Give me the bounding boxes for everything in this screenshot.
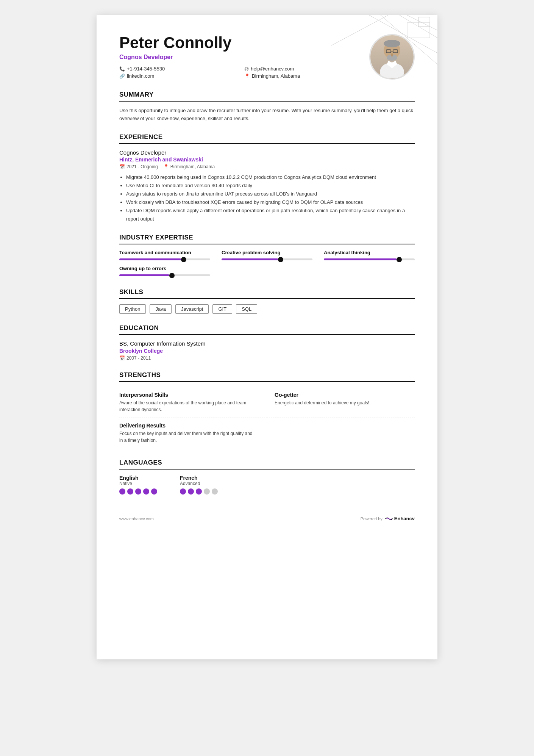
education-section: EDUCATION BS, Computer Information Syste…	[119, 324, 415, 361]
slider-fill-0	[119, 258, 181, 260]
experience-title: EXPERIENCE	[119, 133, 415, 144]
svg-line-3	[407, 15, 437, 30]
bullet-4: Work closely with DBA to troubleshoot XQ…	[126, 198, 415, 207]
exp-location: 📍 Birmingham, Alabama	[163, 164, 215, 169]
bullet-3: Assign status to reports on Jira to stre…	[126, 190, 415, 198]
lang-name-1: French	[180, 475, 218, 481]
dot-1-3	[204, 488, 210, 495]
lang-name-0: English	[119, 475, 157, 481]
dot-0-1	[127, 488, 133, 495]
dot-1-1	[188, 488, 194, 495]
header-left: Peter Connolly Cognos Developer 📞 +1-914…	[119, 34, 358, 79]
edu-years: 📅 2007 - 2011	[119, 355, 415, 361]
exp-location-icon: 📍	[163, 164, 169, 169]
language-1: French Advanced	[180, 475, 218, 495]
strength-name-0: Interpersonal Skills	[119, 392, 256, 398]
expertise-grid: Teamwork and communication Creative prob…	[119, 250, 415, 262]
experience-bullets: Migrate 40,000 reports being used in Cog…	[119, 173, 415, 224]
dot-0-2	[135, 488, 141, 495]
avatar-image	[370, 35, 414, 78]
expertise-label-3: Owning up to errors	[119, 266, 210, 271]
contact-phone: 📞 +1-914-345-5530	[119, 66, 233, 72]
contact-location: 📍 Birmingham, Alabama	[244, 73, 358, 79]
footer: www.enhancv.com Powered by Enhancv	[119, 510, 415, 521]
strengths-grid: Interpersonal Skills Aware of the social…	[119, 387, 415, 448]
slider-thumb-0	[181, 257, 186, 262]
expertise-section: INDUSTRY EXPERTISE Teamwork and communic…	[119, 234, 415, 278]
bullet-1: Migrate 40,000 reports being used in Cog…	[126, 173, 415, 182]
expertise-item-1: Creative problem solving	[222, 250, 312, 262]
skill-4: SQL	[236, 304, 257, 314]
slider-fill-2	[324, 258, 397, 260]
strength-desc-0: Aware of the social expectations of the …	[119, 399, 256, 413]
svg-point-8	[384, 40, 400, 47]
languages-section: LANGUAGES English Native French Advanced	[119, 459, 415, 495]
skill-1: Java	[150, 304, 171, 314]
edu-school: Brooklyn College	[119, 348, 415, 354]
skills-section: SKILLS Python Java Javascript GIT SQL	[119, 288, 415, 314]
phone-value: +1-914-345-5530	[127, 66, 165, 72]
slider-track-2	[324, 258, 415, 260]
expertise-empty-2	[324, 266, 415, 278]
dot-1-4	[212, 488, 218, 495]
exp-location-value: Birmingham, Alabama	[170, 164, 215, 169]
candidate-title: Cognos Developer	[119, 54, 358, 61]
edu-degree: BS, Computer Information System	[119, 340, 415, 347]
slider-track-0	[119, 258, 210, 260]
strength-0: Interpersonal Skills Aware of the social…	[119, 387, 267, 418]
location-icon: 📍	[244, 74, 250, 79]
education-title: EDUCATION	[119, 324, 415, 335]
candidate-name: Peter Connolly	[119, 34, 358, 52]
slider-thumb-1	[278, 257, 283, 262]
slider-track-3	[119, 274, 210, 276]
expertise-item-0: Teamwork and communication	[119, 250, 210, 262]
bullet-5: Update DQM reports which apply a differe…	[126, 207, 415, 223]
footer-brand: Powered by Enhancv	[361, 516, 415, 521]
skills-title: SKILLS	[119, 288, 415, 299]
resume-page: Peter Connolly Cognos Developer 📞 +1-914…	[97, 15, 437, 659]
dot-0-0	[119, 488, 125, 495]
enhancv-logo: Enhancv	[385, 516, 415, 521]
skill-0: Python	[119, 304, 146, 314]
edu-years-value: 2007 - 2011	[126, 355, 151, 361]
language-0: English Native	[119, 475, 157, 495]
strengths-title: STRENGTHS	[119, 371, 415, 382]
svg-point-14	[391, 53, 393, 56]
experience-section: EXPERIENCE Cognos Developer Hintz, Emmer…	[119, 133, 415, 224]
exp-period-value: 2021 - Ongoing	[126, 164, 158, 169]
slider-fill-3	[119, 274, 169, 276]
strength-name-2: Delivering Results	[119, 423, 256, 429]
linkedin-value: linkedin.com	[127, 73, 154, 79]
lang-level-1: Advanced	[180, 481, 218, 486]
header: Peter Connolly Cognos Developer 📞 +1-914…	[119, 34, 415, 80]
strength-1: Go-getter Energetic and determined to ac…	[267, 387, 415, 418]
slider-thumb-2	[397, 257, 402, 262]
slider-track-1	[222, 258, 312, 260]
lang-level-0: Native	[119, 481, 157, 486]
strength-desc-2: Focus on the key inputs and deliver them…	[119, 430, 256, 444]
expertise-row-2: Owning up to errors	[119, 266, 415, 278]
expertise-item-2: Analystical thinking	[324, 250, 415, 262]
phone-icon: 📞	[119, 66, 125, 72]
powered-by-text: Powered by	[361, 517, 383, 521]
contacts: 📞 +1-914-345-5530 @ help@enhancv.com 🔗 l…	[119, 66, 358, 79]
dot-0-4	[151, 488, 157, 495]
summary-section: SUMMARY Use this opportunity to intrigue…	[119, 91, 415, 123]
exp-period: 📅 2021 - Ongoing	[119, 164, 158, 169]
expertise-title: INDUSTRY EXPERTISE	[119, 234, 415, 244]
strengths-section: STRENGTHS Interpersonal Skills Aware of …	[119, 371, 415, 448]
contact-linkedin: 🔗 linkedin.com	[119, 73, 233, 79]
lang-dots-1	[180, 488, 218, 495]
contact-email: @ help@enhancv.com	[244, 66, 358, 72]
languages-row: English Native French Advanced	[119, 475, 415, 495]
languages-title: LANGUAGES	[119, 459, 415, 470]
skill-2: Javascript	[175, 304, 209, 314]
linkedin-icon: 🔗	[119, 74, 125, 79]
expertise-label-2: Analystical thinking	[324, 250, 415, 255]
edu-calendar-icon: 📅	[119, 355, 125, 361]
location-value: Birmingham, Alabama	[252, 73, 300, 79]
svg-rect-6	[418, 17, 430, 27]
expertise-empty-1	[222, 266, 312, 278]
footer-url: www.enhancv.com	[119, 517, 154, 521]
email-value: help@enhancv.com	[251, 66, 294, 72]
